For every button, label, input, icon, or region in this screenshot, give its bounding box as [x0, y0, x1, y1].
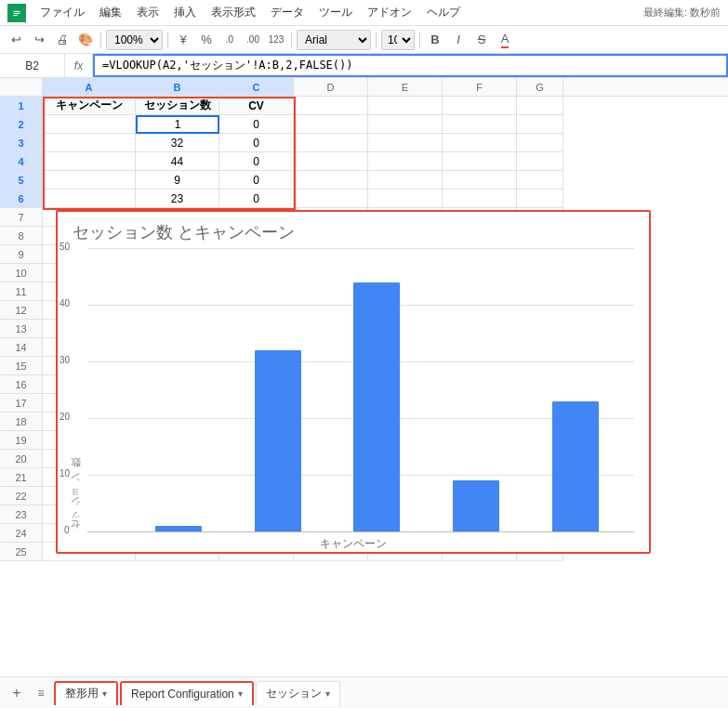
cell-b6[interactable]: 23	[136, 190, 219, 208]
cell-e2[interactable]	[368, 115, 443, 134]
cell-d6[interactable]	[294, 190, 368, 208]
cell-a6[interactable]	[43, 190, 136, 208]
italic-button[interactable]: I	[448, 30, 469, 50]
row-header-24[interactable]: 24	[0, 524, 43, 543]
row-header-20[interactable]: 20	[0, 450, 43, 468]
cell-c1[interactable]: CV	[219, 97, 294, 115]
row-header-2[interactable]: 2	[0, 115, 43, 134]
cell-e4[interactable]	[368, 152, 443, 171]
cell-f6[interactable]	[443, 190, 517, 208]
cell-a1[interactable]: キャンペーン	[43, 97, 136, 115]
tab-session[interactable]: セッション ▾	[256, 681, 340, 705]
row-header-15[interactable]: 15	[0, 357, 43, 375]
percent-button[interactable]: %	[196, 30, 217, 50]
add-sheet-button[interactable]: +	[6, 682, 28, 704]
paint-format-button[interactable]: 🎨	[75, 30, 96, 50]
cell-b2[interactable]: 1	[136, 115, 219, 134]
row-header-10[interactable]: 10	[0, 264, 43, 282]
cell-g2[interactable]	[517, 115, 563, 134]
undo-button[interactable]: ↩	[6, 30, 26, 50]
cell-b3[interactable]: 32	[136, 134, 219, 152]
cell-g3[interactable]	[517, 134, 563, 152]
col-header-b[interactable]: B	[136, 78, 219, 96]
cell-f2[interactable]	[443, 115, 517, 134]
cell-d5[interactable]	[294, 171, 368, 190]
row-header-25[interactable]: 25	[0, 543, 43, 561]
cell-a3[interactable]	[43, 134, 136, 152]
cell-g5[interactable]	[517, 171, 563, 190]
cell-reference[interactable]: B2	[0, 54, 65, 77]
cell-g1[interactable]	[517, 97, 563, 115]
row-header-22[interactable]: 22	[0, 487, 43, 505]
row-header-1[interactable]: 1	[0, 97, 43, 115]
menu-file[interactable]: ファイル	[33, 3, 91, 22]
cell-a2[interactable]	[43, 115, 136, 134]
cell-c3[interactable]: 0	[219, 134, 294, 152]
menu-data[interactable]: データ	[264, 3, 311, 22]
row-header-19[interactable]: 19	[0, 431, 43, 450]
cell-d4[interactable]	[294, 152, 368, 171]
zoom-select[interactable]: 100%	[106, 30, 163, 50]
cell-e3[interactable]	[368, 134, 443, 152]
cell-c6[interactable]: 0	[219, 190, 294, 208]
format-123[interactable]: 123	[266, 30, 286, 50]
row-header-7[interactable]: 7	[0, 208, 43, 227]
row-header-18[interactable]: 18	[0, 413, 43, 431]
decimal-decrease[interactable]: .0	[219, 30, 240, 50]
tab-seikeiyo[interactable]: 整形用 ▾	[54, 681, 118, 705]
tab-report-configuration[interactable]: Report Configuration ▾	[120, 681, 254, 705]
row-header-16[interactable]: 16	[0, 375, 43, 394]
row-header-9[interactable]: 9	[0, 245, 43, 264]
row-header-5[interactable]: 5	[0, 171, 43, 190]
menu-tools[interactable]: ツール	[312, 3, 359, 22]
cell-d1[interactable]	[294, 97, 368, 115]
cell-b4[interactable]: 44	[136, 152, 219, 171]
cell-d2[interactable]	[294, 115, 368, 134]
cell-c5[interactable]: 0	[219, 171, 294, 190]
row-header-23[interactable]: 23	[0, 505, 43, 524]
cell-e1[interactable]	[368, 97, 443, 115]
menu-view[interactable]: 表示	[130, 3, 165, 22]
cell-e6[interactable]	[368, 190, 443, 208]
row-header-8[interactable]: 8	[0, 227, 43, 245]
col-header-f[interactable]: F	[443, 78, 517, 96]
col-header-g[interactable]: G	[517, 78, 563, 96]
cell-a5[interactable]	[43, 171, 136, 190]
row-header-13[interactable]: 13	[0, 320, 43, 338]
col-header-d[interactable]: D	[294, 78, 368, 96]
cell-a4[interactable]	[43, 152, 136, 171]
redo-button[interactable]: ↪	[29, 30, 49, 50]
col-header-e[interactable]: E	[368, 78, 443, 96]
cell-g4[interactable]	[517, 152, 563, 171]
row-header-21[interactable]: 21	[0, 468, 43, 487]
tab-session-dropdown-icon[interactable]: ▾	[325, 688, 330, 699]
underline-button[interactable]: A	[495, 30, 515, 50]
currency-button[interactable]: ¥	[173, 30, 193, 50]
tab-report-dropdown-icon[interactable]: ▾	[238, 688, 243, 699]
row-header-4[interactable]: 4	[0, 152, 43, 171]
menu-format[interactable]: 表示形式	[205, 3, 262, 22]
cell-e5[interactable]	[368, 171, 443, 190]
font-size-select[interactable]: 10	[381, 30, 415, 50]
decimal-increase[interactable]: .00	[243, 30, 263, 50]
col-header-c[interactable]: C	[219, 78, 294, 96]
cell-f4[interactable]	[443, 152, 517, 171]
menu-insert[interactable]: 挿入	[167, 3, 203, 22]
menu-edit[interactable]: 編集	[93, 3, 128, 22]
cell-f3[interactable]	[443, 134, 517, 152]
row-header-11[interactable]: 11	[0, 282, 43, 301]
print-button[interactable]: 🖨	[52, 30, 73, 50]
cell-c2[interactable]: 0	[219, 115, 294, 134]
menu-help[interactable]: ヘルプ	[420, 3, 467, 22]
tab-seikeiyo-dropdown-icon[interactable]: ▾	[102, 688, 107, 699]
formula-input[interactable]	[93, 54, 728, 77]
font-select[interactable]: Arial	[297, 30, 371, 50]
menu-addons[interactable]: アドオン	[361, 3, 418, 22]
cell-g6[interactable]	[517, 190, 563, 208]
row-header-17[interactable]: 17	[0, 394, 43, 413]
cell-b1[interactable]: セッション数	[136, 97, 219, 115]
cell-f1[interactable]	[443, 97, 517, 115]
cell-d3[interactable]	[294, 134, 368, 152]
bold-button[interactable]: B	[425, 30, 445, 50]
chart-container[interactable]: セッション数 とキャンペーン セッション数 50	[56, 210, 651, 554]
